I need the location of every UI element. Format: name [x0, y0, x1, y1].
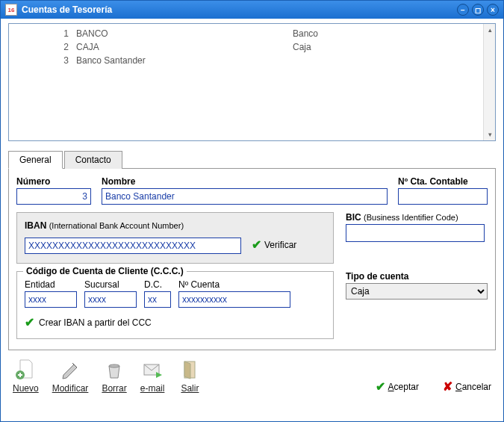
exit-icon: [178, 358, 202, 382]
cta-contable-field: Nº Cta. Contable: [398, 176, 488, 205]
tab-contacto[interactable]: Contacto: [64, 151, 122, 169]
check-icon: ✔: [252, 238, 261, 252]
minimize-button[interactable]: −: [457, 4, 469, 16]
edit-icon: [58, 358, 82, 382]
list-item[interactable]: 1 BANCO Banco: [9, 27, 495, 40]
iban-input[interactable]: [25, 238, 241, 254]
cta-contable-label: Nº Cta. Contable: [398, 176, 488, 187]
nombre-field: Nombre: [102, 176, 388, 205]
content-area: 1 BANCO Banco 2 CAJA Caja 3 Banco Santan…: [1, 19, 503, 421]
svg-point-1: [109, 364, 119, 367]
ncuenta-input[interactable]: [178, 291, 290, 308]
numero-label: Número: [16, 176, 91, 187]
sucursal-input[interactable]: [84, 291, 137, 308]
tipo-cuenta-label: Tipo de cuenta: [346, 271, 488, 282]
sucursal-label: Sucursal: [84, 279, 137, 290]
accounts-list[interactable]: 1 BANCO Banco 2 CAJA Caja 3 Banco Santan…: [8, 23, 496, 141]
scroll-down-icon[interactable]: ▾: [484, 128, 496, 140]
tab-panel-general: Número Nombre Nº Cta. Contable IBAN (Int…: [8, 168, 496, 350]
close-button[interactable]: ×: [487, 4, 499, 16]
check-icon: ✔: [376, 379, 385, 394]
check-icon: ✔: [25, 315, 34, 329]
trash-icon: [102, 358, 126, 382]
iban-label: IBAN: [25, 220, 46, 231]
cta-contable-input[interactable]: [398, 188, 488, 205]
salir-button[interactable]: Salir: [178, 358, 202, 394]
numero-field: Número: [16, 176, 91, 205]
dc-input[interactable]: [144, 291, 171, 308]
borrar-button[interactable]: Borrar: [102, 358, 126, 394]
numero-input[interactable]: [16, 188, 91, 205]
bottom-toolbar: Nuevo Modificar Borrar e-mail: [8, 358, 496, 394]
new-icon: [13, 358, 37, 382]
tipo-cuenta-field: Tipo de cuenta Caja: [346, 271, 488, 300]
tipo-cuenta-select[interactable]: Caja: [346, 283, 488, 300]
ccc-legend: Código de Cuenta de Cliente (C.C.C.): [23, 266, 187, 276]
bic-sublabel: (Business Identifier Code): [364, 213, 458, 222]
email-button[interactable]: e-mail: [140, 358, 165, 394]
email-icon: [140, 358, 164, 382]
window-title: Cuentas de Tesorería: [22, 4, 454, 15]
list-item[interactable]: 2 CAJA Caja: [9, 40, 495, 54]
tab-strip: General Contacto: [8, 150, 496, 168]
iban-group: IBAN (International Bank Account Number)…: [16, 212, 334, 264]
scroll-up-icon[interactable]: ▴: [484, 24, 496, 36]
scrollbar[interactable]: ▴ ▾: [483, 24, 495, 140]
iban-sublabel: (International Bank Account Number): [49, 221, 184, 230]
dc-label: D.C.: [144, 279, 171, 290]
bic-input[interactable]: [346, 224, 485, 242]
app-icon: 16: [5, 4, 17, 16]
maximize-button[interactable]: ◻: [472, 4, 484, 16]
list-item[interactable]: 3 Banco Santander: [9, 54, 495, 67]
verify-iban-button[interactable]: ✔ Verificar: [247, 235, 301, 254]
entidad-input[interactable]: [25, 291, 77, 308]
ncuenta-label: Nº Cuenta: [178, 279, 290, 290]
nuevo-button[interactable]: Nuevo: [13, 358, 39, 394]
bic-label: BIC: [346, 212, 361, 223]
cancelar-button[interactable]: ✘ Cancelar: [443, 379, 491, 394]
tab-general[interactable]: General: [8, 151, 63, 169]
window: 16 Cuentas de Tesorería − ◻ × 1 BANCO Ba…: [0, 0, 504, 422]
create-iban-button[interactable]: ✔ Crear IBAN a partir del CCC: [25, 315, 326, 329]
ccc-group: Código de Cuenta de Cliente (C.C.C.) Ent…: [16, 271, 334, 339]
nombre-label: Nombre: [102, 176, 388, 187]
nombre-input[interactable]: [102, 188, 388, 205]
entidad-label: Entidad: [25, 279, 77, 290]
aceptar-button[interactable]: ✔ Aceptar: [376, 379, 419, 394]
modificar-button[interactable]: Modificar: [52, 358, 89, 394]
titlebar: 16 Cuentas de Tesorería − ◻ ×: [1, 1, 503, 19]
bic-group: BIC (Business Identifier Code): [346, 212, 488, 264]
cancel-icon: ✘: [443, 379, 452, 394]
